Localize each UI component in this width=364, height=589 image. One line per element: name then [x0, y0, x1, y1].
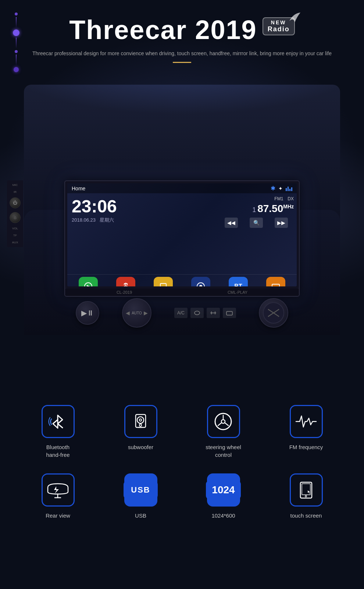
svg-point-12 [139, 424, 142, 426]
channel-num: 1 [252, 206, 256, 214]
bluetooth-icon-box [42, 405, 75, 438]
fm-info: FM1 DX [219, 196, 294, 201]
aux-label: AUX [12, 241, 18, 244]
fm-label: FM1 [274, 196, 283, 201]
fm-waveform-icon [294, 412, 318, 432]
mic-label: MIC [13, 183, 18, 187]
svg-point-4 [199, 285, 202, 286]
app-radio[interactable]: Radio [79, 277, 98, 286]
svg-point-17 [305, 495, 307, 497]
mode-icon [226, 310, 233, 316]
screen-topbar: Home ✱ ✦ [67, 183, 297, 193]
bluetooth-icon [48, 412, 68, 432]
bluetooth-label: Bluetoothhand-free [46, 443, 69, 459]
touchscreen-icon [296, 480, 316, 500]
title-underline [173, 62, 191, 63]
car-interior: MIC IR ⏻ ⌂ VOL TF AUX Home ✱ [0, 85, 364, 335]
brightness-icon: ✦ [278, 186, 283, 191]
app-mirrorlink[interactable]: Mirror Link [266, 277, 285, 286]
steering-icon-box [207, 405, 240, 438]
usb-label: USB [135, 512, 146, 519]
frequency-display: 87.50MHz [257, 203, 294, 215]
home-label: Home [72, 186, 85, 191]
search-btn[interactable]: 🔍 [250, 218, 263, 228]
right-knob-icon [263, 302, 285, 324]
badge-radio-text: Radio [268, 25, 290, 33]
usb-badge: USB [124, 482, 157, 498]
hero-section: Threecar 2019 NEW Radio Threecar profess… [0, 0, 364, 387]
subtitle-text: Threecar professional design for more co… [29, 49, 335, 57]
feature-touchscreen: touch screen [270, 473, 342, 519]
fan-btn[interactable] [190, 308, 204, 318]
feature-subwoofer: subwoofer [105, 405, 176, 459]
svg-point-10 [137, 417, 144, 423]
resolution-icon-box: 1024 [207, 473, 240, 507]
features-grid: Bluetoothhand-free subwoofer [22, 405, 342, 519]
auto-knob[interactable]: ◀ AUTO ▶ [122, 298, 151, 328]
svg-rect-5 [272, 284, 279, 286]
rearview-icon-box [42, 473, 75, 507]
feature-resolution: 1024 1024*600 [188, 473, 259, 519]
new-radio-badge: NEW Radio [263, 17, 295, 35]
app-tf[interactable]: GB TF [154, 277, 173, 286]
subwoofer-icon-box [124, 405, 157, 438]
subwoofer-icon [131, 412, 151, 432]
subwoofer-label: subwoofer [128, 443, 153, 451]
app-btmusic[interactable]: BT music [191, 277, 210, 286]
home-knob[interactable]: ⌂ [10, 212, 21, 223]
screen-controls: ◀◀ 🔍 ▶▶ [219, 216, 294, 229]
screen-date: 2018.06.23 星期六 [72, 217, 211, 223]
radio-unit: Home ✱ ✦ [64, 180, 300, 297]
screen-time: 23:06 [72, 198, 211, 215]
fm-icon-box [290, 405, 323, 438]
app-bt[interactable]: BT BT [229, 277, 248, 286]
radio-side-controls: MIC IR ⏻ ⌂ VOL TF AUX [7, 180, 23, 247]
right-knob[interactable] [259, 298, 288, 328]
bottom-controls: ▶⏸ ◀ AUTO ▶ A/C [64, 298, 300, 328]
windshield [24, 85, 340, 195]
model1-label: CL-2019 [117, 290, 132, 294]
svg-point-6 [195, 311, 200, 315]
app-radio-icon [79, 277, 98, 286]
usb-icon-box: USB [124, 473, 157, 507]
defrost-btn[interactable] [207, 308, 220, 318]
app-btmusic-icon [191, 277, 210, 286]
screen-icons-right: ✱ ✦ [271, 185, 292, 192]
dx-label: DX [288, 196, 294, 201]
wing-icon [288, 12, 302, 23]
feature-fm: FM frequency [270, 405, 342, 459]
rearview-icon [46, 480, 70, 500]
prev-btn[interactable]: ◀◀ [225, 218, 238, 228]
app-mirrorlink-icon [266, 277, 285, 286]
fan-icon [193, 310, 201, 316]
screen-main: 23:06 2018.06.23 星期六 FM1 [67, 193, 297, 274]
feature-bluetooth: Bluetoothhand-free [22, 405, 94, 459]
app-usb-icon [116, 277, 135, 286]
next-btn[interactable]: ▶▶ [275, 218, 288, 228]
title-area: Threecar 2019 NEW Radio Threecar profess… [0, 0, 364, 63]
tf-label: TF [13, 234, 17, 237]
svg-point-11 [139, 419, 142, 421]
features-section: Bluetoothhand-free subwoofer [0, 387, 364, 538]
mode-btn[interactable] [223, 308, 236, 318]
resolution-badge: 1024 [206, 481, 240, 499]
defrost-icon [210, 310, 217, 316]
model2-label: CML-PLAY [228, 290, 247, 294]
dot-large-2 [14, 67, 19, 72]
play-pause-btn[interactable]: ▶⏸ [76, 301, 99, 325]
app-bt-icon: BT [229, 277, 248, 286]
app-usb[interactable]: USB [116, 277, 135, 286]
touchscreen-label: touch screen [290, 512, 322, 519]
fm-label: FM frequency [289, 443, 323, 451]
svg-rect-7 [226, 311, 232, 315]
resolution-label: 1024*600 [211, 512, 235, 519]
ac-controls: A/C [174, 308, 236, 318]
screen-apps: Radio USB [67, 274, 297, 286]
power-knob[interactable]: ⏻ [10, 197, 21, 208]
touchscreen-icon-box [290, 473, 323, 507]
ac-btn[interactable]: A/C [174, 308, 188, 318]
car-frame: MIC IR ⏻ ⌂ VOL TF AUX Home ✱ [24, 85, 340, 335]
radio-screen[interactable]: Home ✱ ✦ [67, 183, 297, 286]
feature-steering: steering wheelcontrol [188, 405, 259, 459]
feature-rearview: Rear view [22, 473, 94, 519]
